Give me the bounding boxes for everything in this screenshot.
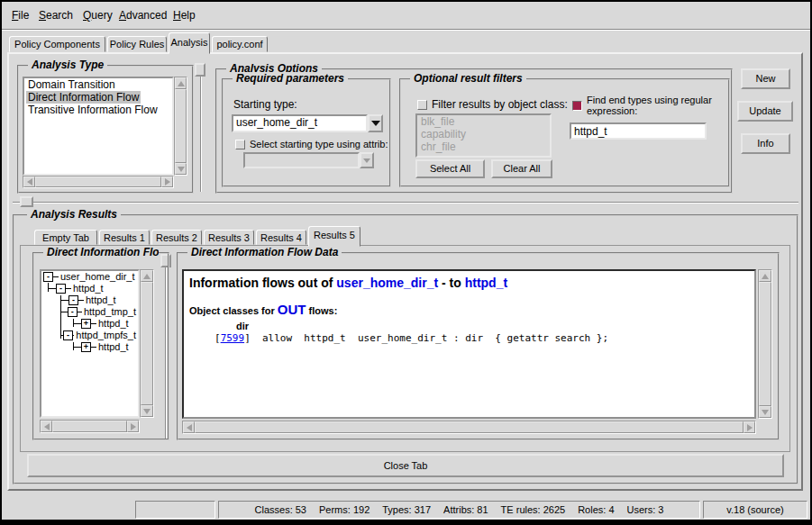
tree-hscrollbar[interactable] [40, 420, 140, 433]
data-hscrollbar[interactable] [182, 421, 756, 434]
scroll-up-icon[interactable] [141, 270, 153, 282]
target-type: httpd_t [465, 276, 507, 290]
flow-tree[interactable]: - user_home_dir_t - httpd_t - httpd_t - … [40, 269, 140, 418]
status-version: v.18 (source) [703, 501, 807, 519]
tree-node-label[interactable]: httpd_tmp_t [82, 306, 138, 318]
tree-vscrollbar[interactable] [140, 269, 154, 418]
flow-direction: OUT [278, 302, 306, 317]
object-class-name: dir [236, 321, 749, 331]
tree-line [73, 342, 74, 350]
tree-row[interactable]: - httpd_tmp_t [41, 306, 138, 318]
status-stat: Users: 3 [627, 504, 664, 515]
main-tab[interactable]: Policy Components [9, 36, 105, 52]
tree-node-label[interactable]: httpd_t [84, 294, 118, 306]
window-bottom-border [2, 520, 810, 523]
rule-line: [7599] allow httpd_t user_home_dir_t : d… [214, 332, 749, 344]
menu-item[interactable]: Query [83, 2, 113, 29]
tree-row[interactable]: - httpd_t [41, 283, 138, 294]
tree-expander-icon[interactable]: + [81, 342, 91, 352]
menu-item[interactable]: Advanced [119, 2, 167, 29]
scrollbar-thumb[interactable] [52, 421, 127, 432]
tree-node-label[interactable]: httpd_t [96, 341, 131, 353]
app-window: FileSearchQueryAdvancedHelp Policy Compo… [0, 0, 812, 525]
tree-row[interactable]: - user_home_dir_t [41, 271, 138, 283]
main-tab[interactable]: policy.conf [212, 36, 268, 52]
results-tab[interactable]: Empty Tab [34, 230, 97, 245]
tree-node-label[interactable]: httpd_tmpfs_t [74, 330, 138, 341]
tree-expander-icon[interactable]: - [63, 330, 73, 340]
tree-line [73, 319, 74, 327]
status-empty-cell [135, 501, 215, 519]
main-tab[interactable]: Analysis [169, 32, 210, 54]
status-stat: Types: 317 [382, 504, 431, 515]
close-tab-button[interactable]: Close Tab [27, 454, 784, 477]
tree-line [48, 283, 49, 292]
tree-expander-icon[interactable]: - [56, 284, 66, 294]
menu-item[interactable]: File [12, 2, 29, 29]
status-stat: Attribs: 81 [443, 504, 488, 515]
scroll-down-icon[interactable] [141, 405, 153, 417]
tree-expander-icon[interactable]: - [68, 295, 78, 305]
tree-row[interactable]: - httpd_t [41, 294, 138, 306]
results-tab[interactable]: Results 5 [308, 226, 360, 247]
menu-item[interactable]: Search [39, 2, 73, 29]
status-stat: TE rules: 2625 [501, 504, 566, 515]
flow-data-textarea[interactable]: Information flows out of user_home_dir_t… [182, 269, 756, 419]
status-stat: Classes: 53 [255, 504, 306, 515]
scroll-right-icon[interactable] [744, 421, 755, 433]
scroll-right-icon[interactable] [127, 421, 139, 432]
scroll-up-icon[interactable] [759, 270, 771, 282]
results-tab[interactable]: Results 4 [256, 230, 306, 245]
flow-data-title: Direct Information Flow Data [187, 246, 342, 258]
rule-number-link[interactable]: 7599 [221, 332, 245, 344]
source-type: user_home_dir_t [336, 276, 438, 290]
menu-item[interactable]: Help [173, 2, 196, 29]
flow-subheader: Object classes for OUT flows: [189, 302, 749, 317]
tree-node-label[interactable]: httpd_t [71, 283, 105, 294]
tree-expander-icon[interactable]: - [43, 272, 53, 282]
tree-row[interactable]: + httpd_t [41, 341, 138, 353]
status-stat: Roles: 4 [578, 504, 614, 515]
results-tab[interactable]: Results 1 [99, 230, 150, 245]
results-tab[interactable]: Results 3 [204, 230, 254, 245]
tree-expander-icon[interactable]: + [81, 319, 91, 329]
rule-text: allow httpd_t user_home_dir_t : dir { ge… [251, 332, 608, 344]
tree-expander-icon[interactable]: - [68, 307, 78, 317]
main-tab[interactable]: Policy Rules [107, 36, 167, 52]
menubar: FileSearchQueryAdvancedHelp [2, 2, 810, 30]
results-tab[interactable]: Results 2 [151, 230, 202, 245]
tree-line [60, 295, 61, 339]
flow-tree-title: Direct Information Flow Tree [43, 246, 159, 258]
flow-header: Information flows out of user_home_dir_t… [189, 276, 749, 290]
tree-row[interactable]: + httpd_t [41, 318, 138, 330]
scroll-down-icon[interactable] [759, 406, 771, 418]
scroll-left-icon[interactable] [183, 421, 195, 433]
status-stats: Classes: 53Perms: 192Types: 317Attribs: … [218, 501, 700, 519]
scrollbar-thumb[interactable] [141, 282, 153, 405]
scrollbar-thumb[interactable] [195, 421, 744, 433]
status-stat: Perms: 192 [319, 504, 370, 515]
scroll-left-icon[interactable] [41, 421, 52, 432]
data-vscrollbar[interactable] [758, 269, 772, 419]
tree-row[interactable]: - httpd_tmpfs_t [41, 330, 138, 341]
tree-node-label[interactable]: user_home_dir_t [59, 271, 137, 283]
tree-node-label[interactable]: httpd_t [96, 318, 131, 330]
scrollbar-thumb[interactable] [759, 282, 771, 406]
